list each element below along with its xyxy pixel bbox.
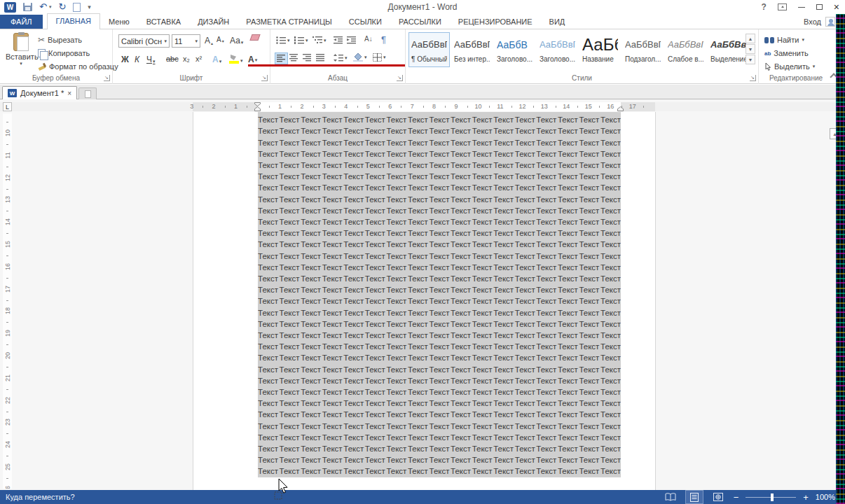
grow-font-button[interactable]: А▴: [205, 36, 213, 46]
align-center-button[interactable]: [289, 54, 298, 62]
ribbon-display-options-icon[interactable]: [778, 4, 787, 10]
text-line[interactable]: ТекстТекстТекстТекстТекстТекстТекстТекст…: [258, 137, 621, 148]
text-line[interactable]: ТекстТекстТекстТекстТекстТекстТекстТекст…: [258, 443, 621, 454]
text-line[interactable]: ТекстТекстТекстТекстТекстТекстТекстТекст…: [258, 171, 621, 182]
text-line[interactable]: ТекстТекстТекстТекстТекстТекстТекстТекст…: [258, 465, 621, 477]
ribbon-tab-insert[interactable]: ВСТАВКА: [138, 15, 189, 29]
show-marks-button[interactable]: ¶: [381, 34, 386, 45]
text-line[interactable]: ТекстТекстТекстТекстТекстТекстТекстТекст…: [258, 330, 621, 341]
ribbon-tab-view[interactable]: ВИД: [541, 15, 574, 29]
align-right-button[interactable]: [303, 54, 312, 62]
ribbon-tab-menu[interactable]: Меню: [100, 15, 138, 29]
sort-button[interactable]: А↓: [364, 35, 373, 43]
horizontal-ruler[interactable]: 3211234567891011121314151617: [0, 102, 845, 111]
text-line[interactable]: ТекстТекстТекстТекстТекстТекстТекстТекст…: [258, 114, 621, 125]
text-line[interactable]: ТекстТекстТекстТекстТекстТекстТекстТекст…: [258, 307, 621, 318]
numbering-button[interactable]: ▾: [294, 36, 308, 44]
text-line[interactable]: ТекстТекстТекстТекстТекстТекстТекстТекст…: [258, 148, 621, 160]
highlight-button[interactable]: ▾: [229, 55, 243, 64]
clear-formatting-button[interactable]: [251, 34, 259, 41]
paragraph-dialog-launcher[interactable]: ↘: [397, 75, 403, 81]
font-dialog-launcher[interactable]: ↘: [261, 75, 268, 81]
text-line[interactable]: ТекстТекстТекстТекстТекстТекстТекстТекст…: [258, 352, 621, 363]
text-line[interactable]: ТекстТекстТекстТекстТекстТекстТекстТекст…: [258, 227, 621, 239]
text-line[interactable]: ТекстТекстТекстТекстТекстТекстТекстТекст…: [258, 182, 621, 193]
minimize-icon[interactable]: [798, 7, 805, 8]
find-button[interactable]: Найти ▾: [764, 34, 804, 46]
style-card-0[interactable]: АаБбВвГг,¶ Обычный: [408, 32, 450, 67]
zoom-out-icon[interactable]: −: [734, 493, 739, 502]
replace-button[interactable]: ab Заменить: [764, 48, 809, 59]
left-indent-marker[interactable]: [254, 106, 261, 111]
document-text[interactable]: ТекстТекстТекстТекстТекстТекстТекстТекст…: [258, 112, 621, 490]
font-name-combo[interactable]: Calibri (Осн▾: [118, 34, 170, 48]
shading-button[interactable]: ▾: [353, 53, 367, 62]
styles-dialog-launcher[interactable]: ↘: [750, 75, 756, 81]
styles-more-icon[interactable]: ▼: [746, 55, 755, 64]
font-size-combo[interactable]: 11▾: [172, 34, 200, 48]
text-line[interactable]: ТекстТекстТекстТекстТекстТекстТекстТекст…: [258, 205, 621, 216]
text-line[interactable]: ТекстТекстТекстТекстТекстТекстТекстТекст…: [258, 262, 621, 273]
text-line[interactable]: ТекстТекстТекстТекстТекстТекстТекстТекст…: [258, 284, 621, 295]
text-line[interactable]: ТекстТекстТекстТекстТекстТекстТекстТекст…: [258, 421, 621, 432]
align-left-button[interactable]: [275, 52, 288, 64]
text-line[interactable]: ТекстТекстТекстТекстТекстТекстТекстТекст…: [258, 216, 621, 227]
subscript-button[interactable]: x₂: [183, 55, 190, 63]
ribbon-tab-mailings[interactable]: РАССЫЛКИ: [390, 15, 450, 29]
underline-button[interactable]: Ч▾: [146, 55, 156, 64]
shrink-font-button[interactable]: А▾: [217, 36, 224, 43]
ribbon-tab-home[interactable]: ГЛАВНАЯ: [47, 13, 100, 29]
help-icon[interactable]: ?: [761, 3, 766, 11]
styles-scroll-up-icon[interactable]: ▲: [746, 34, 755, 43]
ribbon-tab-design[interactable]: ДИЗАЙН: [189, 15, 238, 29]
text-line[interactable]: ТекстТекстТекстТекстТекстТекстТекстТекст…: [258, 194, 621, 205]
paste-dropdown-caret[interactable]: ▾: [6, 61, 36, 66]
text-line[interactable]: ТекстТекстТекстТекстТекстТекстТекстТекст…: [258, 454, 621, 465]
style-card-7[interactable]: АаБбВвГгВыделение: [708, 32, 749, 67]
justify-button[interactable]: [316, 54, 325, 62]
styles-scroll-down-icon[interactable]: ▼: [746, 44, 755, 54]
cut-button[interactable]: ✂ Вырезать: [38, 34, 82, 46]
tab-close-icon[interactable]: ×: [67, 90, 71, 97]
increase-indent-button[interactable]: [347, 36, 356, 44]
restore-icon[interactable]: [816, 4, 823, 10]
style-card-2[interactable]: АаБбВЗаголово...: [494, 32, 535, 67]
zoom-in-icon[interactable]: +: [803, 493, 809, 502]
web-layout-button[interactable]: [710, 491, 727, 503]
user-avatar-icon[interactable]: [825, 17, 835, 27]
sign-in[interactable]: Вход: [804, 17, 835, 27]
bold-button[interactable]: Ж: [121, 55, 129, 64]
text-line[interactable]: ТекстТекстТекстТекстТекстТекстТекстТекст…: [258, 160, 621, 171]
zoom-slider-thumb[interactable]: [771, 493, 774, 501]
text-line[interactable]: ТекстТекстТекстТекстТекстТекстТекстТекст…: [258, 341, 621, 352]
text-line[interactable]: ТекстТекстТекстТекстТекстТекстТекстТекст…: [258, 364, 621, 375]
text-line[interactable]: ТекстТекстТекстТекстТекстТекстТекстТекст…: [258, 318, 621, 330]
text-line[interactable]: ТекстТекстТекстТекстТекстТекстТекстТекст…: [258, 409, 621, 420]
copy-button[interactable]: Копировать: [38, 48, 90, 59]
change-case-button[interactable]: Аа▾: [230, 36, 243, 46]
borders-button[interactable]: ▾: [373, 53, 386, 62]
style-card-1[interactable]: АаБбВвГг,Без интер...: [451, 32, 493, 67]
clipboard-dialog-launcher[interactable]: ↘: [104, 75, 110, 81]
read-mode-button[interactable]: [662, 491, 679, 503]
decrease-indent-button[interactable]: [334, 36, 343, 44]
select-button[interactable]: Выделить ▾: [764, 61, 815, 72]
ribbon-tab-file[interactable]: ФАЙЛ: [0, 15, 43, 29]
strikethrough-button[interactable]: abc: [166, 55, 179, 63]
text-line[interactable]: ТекстТекстТекстТекстТекстТекстТекстТекст…: [258, 239, 621, 250]
bullets-button[interactable]: ▾: [276, 36, 290, 44]
zoom-slider[interactable]: [746, 497, 796, 498]
zoom-level[interactable]: 100%: [816, 493, 835, 501]
ribbon-tab-references[interactable]: ССЫЛКИ: [341, 15, 390, 29]
close-icon[interactable]: ×: [834, 2, 839, 12]
line-spacing-button[interactable]: ▾: [334, 54, 348, 62]
text-effects-button[interactable]: А▾: [212, 55, 221, 64]
ribbon-tab-page-layout[interactable]: РАЗМЕТКА СТРАНИЦЫ: [238, 15, 340, 29]
text-line[interactable]: ТекстТекстТекстТекстТекстТекстТекстТекст…: [258, 295, 621, 307]
style-card-3[interactable]: АаБбВвГЗаголово...: [537, 32, 578, 67]
text-line[interactable]: ТекстТекстТекстТекстТекстТекстТекстТекст…: [258, 432, 621, 443]
style-card-6[interactable]: АаБбВвГгСлабое в...: [665, 32, 706, 67]
vertical-ruler[interactable]: 91011121314151617181920212223242526: [3, 113, 12, 489]
ribbon-tab-review[interactable]: РЕЦЕНЗИРОВАНИЕ: [450, 15, 541, 29]
print-layout-button[interactable]: [686, 491, 703, 503]
